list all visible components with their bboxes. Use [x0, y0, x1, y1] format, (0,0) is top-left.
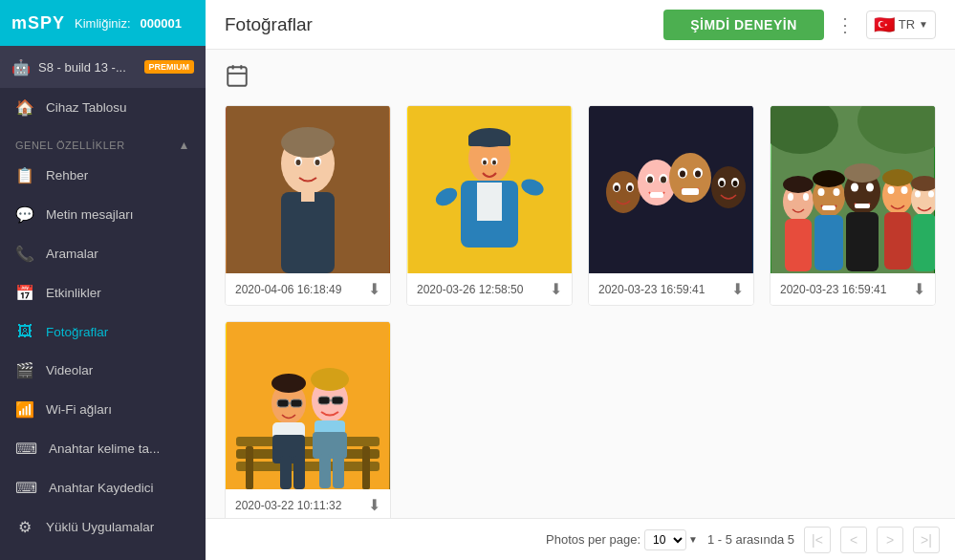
download-button-5[interactable]: ⬇ — [368, 496, 380, 514]
sidebar-item-keylogger[interactable]: ⌨ Anahtar Kaydedici — [0, 468, 206, 507]
last-page-button[interactable]: >| — [913, 527, 940, 553]
first-page-button[interactable]: |< — [804, 527, 831, 553]
svg-rect-17 — [468, 135, 510, 146]
sidebar-item-label-dashboard: Cihaz Tablosu — [46, 100, 127, 115]
photo-grid-row1: 2020-04-06 16:18:49 ⬇ — [225, 105, 936, 306]
download-button-3[interactable]: ⬇ — [731, 280, 744, 298]
photo-grid-row2: 2020-03-22 10:11:32 ⬇ — [225, 321, 936, 518]
per-page-select[interactable]: 10 20 50 — [644, 529, 686, 550]
photo-card-5[interactable]: 2020-03-22 10:11:32 ⬇ — [225, 321, 391, 518]
device-row[interactable]: 🤖 S8 - build 13 -... PREMIUM — [0, 46, 206, 88]
svg-point-25 — [492, 161, 496, 165]
header-right: ŞİMDİ DENEYİN ⋮ 🇹🇷 TR ▼ — [663, 10, 936, 40]
wifi-icon: 📶 — [15, 400, 34, 419]
svg-point-37 — [669, 153, 711, 203]
sidebar-item-label: Anahtar kelime ta... — [49, 442, 160, 456]
svg-point-12 — [315, 160, 320, 165]
sidebar-header: mSPY Kimliğiniz: 000001 — [0, 0, 206, 46]
calendar-nav-icon: 📅 — [15, 284, 34, 302]
svg-point-40 — [680, 171, 685, 178]
device-name: S8 - build 13 -... — [38, 60, 137, 75]
photo-card-4[interactable]: 2020-03-23 16:59:41 ⬇ — [770, 105, 936, 306]
photo-card-1[interactable]: 2020-04-06 16:18:49 ⬇ — [225, 105, 391, 306]
svg-point-72 — [901, 186, 908, 194]
android-icon: 🤖 — [11, 58, 31, 76]
sidebar-item-label: Aramalar — [46, 247, 98, 261]
svg-point-73 — [882, 169, 913, 186]
svg-point-68 — [844, 163, 880, 183]
svg-rect-64 — [846, 212, 879, 271]
sidebar-item-apps[interactable]: ⚙ Yüklü Uygulamalar — [0, 507, 206, 547]
section-general: GENEL ÖZELLİKLER ▲ — [0, 127, 206, 156]
photo-thumb-3 — [589, 106, 753, 273]
svg-rect-95 — [332, 397, 343, 404]
sidebar-item-contacts[interactable]: 📋 Rehber — [0, 156, 206, 195]
calendar-filter-button[interactable] — [225, 63, 936, 94]
photo-thumb-2 — [407, 106, 572, 273]
prev-page-button[interactable]: < — [840, 527, 867, 553]
next-page-button[interactable]: > — [877, 527, 903, 553]
home-icon: 🏠 — [15, 98, 34, 117]
photo-card-2[interactable]: 2020-03-26 12:58:50 ⬇ — [406, 105, 573, 306]
language-selector[interactable]: 🇹🇷 TR ▼ — [866, 11, 936, 39]
sidebar-item-videos[interactable]: 🎬 Videolar — [0, 351, 206, 390]
download-button-2[interactable]: ⬇ — [550, 280, 562, 298]
per-page-label: Photos per page: — [546, 532, 640, 547]
svg-rect-48 — [682, 188, 699, 195]
premium-badge: PREMIUM — [144, 60, 195, 74]
keyboard-icon: ⌨ — [15, 440, 37, 458]
svg-point-30 — [615, 185, 619, 191]
sidebar-item-photos[interactable]: 🖼 Fotoğraflar — [0, 312, 206, 351]
pagination-bar: Photos per page: 10 20 50 ▼ 1 - 5 arasın… — [206, 518, 955, 560]
photo-thumb-5 — [226, 322, 390, 489]
sidebar: mSPY Kimliğiniz: 000001 🤖 S8 - build 13 … — [0, 0, 206, 560]
photo-info-2: 2020-03-26 12:58:50 ⬇ — [407, 273, 572, 305]
svg-point-24 — [483, 161, 487, 165]
svg-rect-67 — [855, 204, 870, 208]
svg-rect-94 — [318, 397, 330, 404]
sidebar-item-dashboard[interactable]: 🏠 Cihaz Tablosu — [0, 88, 206, 127]
photo-thumb-4 — [771, 106, 935, 273]
photo-date-3: 2020-03-23 16:59:41 — [598, 283, 705, 296]
sidebar-item-label: Videolar — [46, 363, 93, 377]
svg-point-71 — [888, 186, 895, 194]
user-id: 000001 — [141, 16, 182, 31]
svg-rect-100 — [293, 456, 305, 489]
more-options-icon[interactable]: ⋮ — [836, 13, 855, 36]
main-content: Fotoğraflar ŞİMDİ DENEYİN ⋮ 🇹🇷 TR ▼ — [206, 0, 955, 560]
svg-point-62 — [813, 170, 845, 187]
download-button-1[interactable]: ⬇ — [368, 280, 380, 298]
svg-rect-83 — [246, 446, 253, 489]
svg-rect-101 — [319, 454, 331, 488]
photo-date-4: 2020-03-23 16:59:41 — [780, 283, 886, 296]
svg-rect-102 — [333, 454, 344, 488]
svg-point-31 — [628, 185, 633, 191]
svg-point-77 — [928, 191, 934, 198]
photo-info-1: 2020-04-06 16:18:49 ⬇ — [226, 273, 390, 305]
content-area: 2020-04-06 16:18:49 ⬇ — [206, 50, 955, 518]
svg-point-56 — [783, 176, 814, 193]
svg-rect-13 — [301, 192, 315, 202]
sidebar-item-calls[interactable]: 📞 Aramalar — [0, 234, 206, 273]
svg-point-11 — [296, 160, 301, 165]
photo-thumb-1 — [226, 106, 390, 273]
svg-rect-80 — [236, 437, 380, 446]
sidebar-item-wifi[interactable]: 📶 Wi-Fi ağları — [0, 390, 206, 429]
svg-point-45 — [720, 181, 725, 186]
try-now-button[interactable]: ŞİMDİ DENEYİN — [663, 10, 824, 40]
photo-card-3[interactable]: 2020-03-23 16:59:41 ⬇ — [588, 105, 754, 306]
svg-point-86 — [271, 374, 306, 393]
svg-rect-82 — [236, 462, 380, 471]
per-page-control: Photos per page: 10 20 50 ▼ — [546, 529, 698, 550]
svg-point-27 — [606, 171, 640, 213]
sidebar-item-events[interactable]: 📅 Etkinlikler — [0, 273, 206, 312]
sidebar-item-keywords[interactable]: ⌨ Anahtar kelime ta... — [0, 429, 206, 468]
svg-point-60 — [834, 188, 840, 196]
photo-date-1: 2020-04-06 16:18:49 — [235, 283, 341, 296]
sidebar-item-label: Yüklü Uygulamalar — [46, 520, 154, 534]
photo-info-4: 2020-03-23 16:59:41 ⬇ — [771, 273, 935, 305]
svg-rect-19 — [477, 183, 502, 221]
download-button-4[interactable]: ⬇ — [913, 280, 925, 298]
sidebar-item-sms[interactable]: 💬 Metin mesajları — [0, 195, 206, 234]
sidebar-item-label: Etkinlikler — [46, 286, 101, 300]
